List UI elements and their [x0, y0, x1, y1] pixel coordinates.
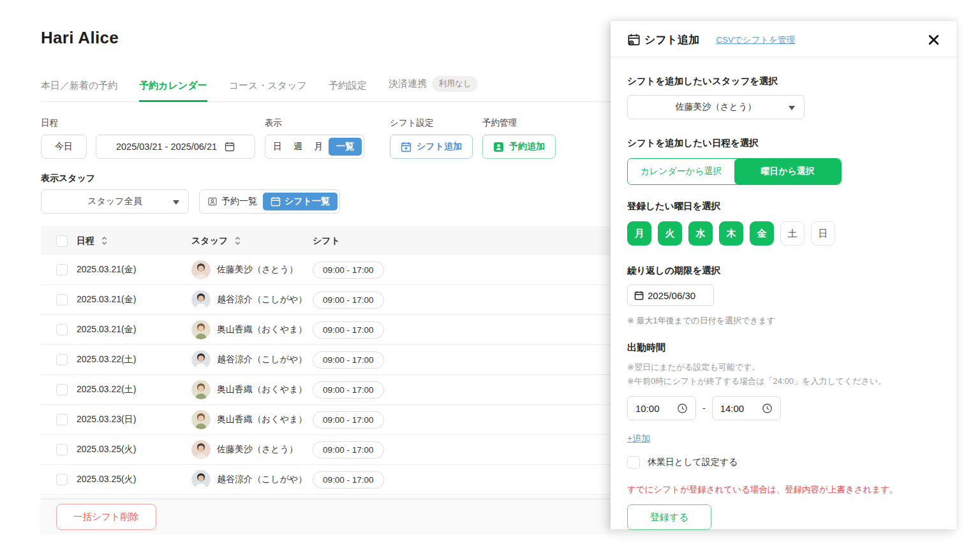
chevron-down-icon: [789, 106, 795, 114]
row-staff-name: 佐藤美沙（さとう）: [217, 444, 298, 455]
row-checkbox[interactable]: [56, 264, 68, 276]
sort-icon[interactable]: [234, 235, 241, 246]
calendar-icon: [271, 196, 281, 207]
staff-avatar: [191, 440, 211, 459]
date-mode-tab[interactable]: 曜日から選択: [734, 159, 841, 184]
shift-time-pill[interactable]: 09:00 - 17:00: [313, 321, 384, 339]
row-checkbox[interactable]: [56, 294, 68, 305]
repeat-date-input[interactable]: 2025/06/30: [627, 284, 714, 306]
table-body: 2025.03.21(金) 佐藤美沙（さとう） 09:00 - 17:00: [41, 255, 611, 495]
tab-item[interactable]: 決済連携 利用なし: [389, 76, 479, 102]
time-end-input[interactable]: 14:00: [712, 396, 781, 420]
date-range-input[interactable]: 2025/03/21 - 2025/06/21: [96, 135, 255, 159]
tab-item[interactable]: 予約カレンダー: [139, 80, 207, 102]
holiday-row: 休業日として設定する: [627, 456, 940, 469]
date-mode-tabs: カレンダーから選択 曜日から選択: [627, 158, 842, 185]
row-staff-name: 越谷涼介（こしがや）: [217, 294, 307, 305]
shift-time-pill[interactable]: 09:00 - 17:00: [313, 471, 384, 489]
shift-time-pill[interactable]: 09:00 - 17:00: [313, 441, 384, 459]
weekday-button[interactable]: 日: [811, 221, 835, 246]
view-option[interactable]: 週: [288, 138, 308, 156]
panel-date-label: シフトを追加したい日程を選択: [627, 137, 940, 149]
weekday-button[interactable]: 火: [658, 221, 682, 246]
reservation-label: 予約管理: [482, 117, 556, 129]
close-button[interactable]: [928, 34, 940, 46]
tab-label: 決済連携: [389, 78, 427, 90]
weekday-button[interactable]: 土: [780, 221, 805, 246]
csv-manage-link[interactable]: CSVでシフトを管理: [716, 34, 795, 46]
staff-avatar: [191, 470, 211, 489]
row-checkbox[interactable]: [56, 474, 68, 485]
calendar-icon: [634, 291, 644, 300]
table-header-staff[interactable]: スタッフ: [191, 235, 313, 247]
list-toggle-label: シフト一覧: [285, 196, 330, 207]
view-option-label: 週: [293, 141, 302, 152]
table-header-date[interactable]: 日程: [77, 235, 191, 247]
bulk-shift-delete-button[interactable]: 一括シフト削除: [56, 504, 156, 530]
weekday-button[interactable]: 木: [719, 221, 743, 246]
sort-icon[interactable]: [101, 235, 108, 246]
row-checkbox[interactable]: [56, 414, 68, 425]
row-date: 2025.03.22(土): [77, 354, 136, 365]
worktime-label: 出勤時間: [627, 342, 940, 354]
submit-button[interactable]: 登録する: [627, 504, 711, 530]
date-filter-group: 日程 今日 2025/03/21 - 2025/06/21: [41, 117, 255, 159]
tab-item[interactable]: 予約設定: [329, 80, 367, 102]
staff-select[interactable]: スタッフ全員: [41, 189, 189, 214]
header-date-label: 日程: [77, 235, 94, 247]
add-time-link[interactable]: +追加: [627, 433, 650, 444]
row-checkbox[interactable]: [56, 444, 68, 455]
shift-time-pill[interactable]: 09:00 - 17:00: [313, 261, 384, 279]
list-toggle-option[interactable]: 予約一覧: [202, 193, 263, 210]
clock-icon: [677, 403, 688, 414]
date-filter-label: 日程: [41, 117, 255, 129]
shift-add-panel: シフト追加 CSVでシフトを管理 シフトを追加したいスタッフを選択 佐藤美沙（さ…: [611, 21, 957, 529]
bulk-shift-delete-label: 一括シフト削除: [73, 511, 139, 522]
view-option[interactable]: 月: [308, 138, 329, 156]
weekday-button[interactable]: 水: [688, 221, 713, 246]
row-checkbox[interactable]: [56, 324, 68, 335]
shift-time-pill[interactable]: 09:00 - 17:00: [313, 411, 384, 429]
view-segmented-control: 日 週 月 一覧: [265, 135, 364, 159]
table-header: 日程 スタッフ シフト: [41, 226, 611, 255]
panel-staff-select[interactable]: 佐藤美沙（さとう）: [627, 95, 805, 119]
weekday-button[interactable]: 金: [750, 221, 774, 246]
panel-body: シフトを追加したいスタッフを選択 佐藤美沙（さとう） シフトを追加したい日程を選…: [611, 57, 956, 530]
panel-title: シフト追加: [644, 33, 699, 47]
today-button[interactable]: 今日: [41, 135, 87, 159]
time-start-input[interactable]: 10:00: [627, 396, 696, 420]
view-option[interactable]: 一覧: [329, 138, 362, 156]
person-badge-icon: [493, 142, 504, 152]
tab-bar: 本日／新着の予約 予約カレンダー コース・スタッフ 予約設定 決済連携 利用なし: [41, 76, 611, 102]
staff-avatar: [191, 410, 211, 429]
holiday-checkbox[interactable]: [627, 456, 640, 469]
row-date: 2025.03.23(日): [77, 414, 136, 425]
list-toggle-label: 予約一覧: [221, 196, 257, 207]
repeat-date-value: 2025/06/30: [648, 290, 695, 301]
date-mode-tab[interactable]: カレンダーから選択: [628, 159, 734, 184]
row-checkbox[interactable]: [56, 354, 68, 365]
select-all-checkbox[interactable]: [56, 235, 68, 247]
shift-time-pill[interactable]: 09:00 - 17:00: [313, 381, 384, 399]
row-date: 2025.03.21(金): [77, 294, 136, 305]
list-toggle-option[interactable]: シフト一覧: [263, 193, 338, 210]
row-date: 2025.03.25(火): [77, 474, 136, 485]
shift-time-pill[interactable]: 09:00 - 17:00: [313, 351, 384, 369]
row-date: 2025.03.22(土): [77, 384, 136, 395]
tab-badge: 利用なし: [432, 76, 479, 92]
weekday-label: 月: [635, 228, 644, 240]
staff-select-value: スタッフ全員: [87, 196, 142, 207]
date-mode-tab-label: 曜日から選択: [761, 166, 815, 177]
tab-item[interactable]: 本日／新着の予約: [41, 80, 117, 102]
row-staff-name: 奥山香織（おくやま）: [217, 414, 307, 425]
staff-avatar: [191, 290, 211, 309]
shift-add-button[interactable]: シフト追加: [390, 135, 473, 159]
reservation-add-button[interactable]: 予約追加: [482, 135, 556, 159]
shift-time-pill[interactable]: 09:00 - 17:00: [313, 291, 384, 309]
weekday-button[interactable]: 月: [627, 221, 651, 246]
view-option[interactable]: 日: [267, 138, 288, 156]
row-checkbox[interactable]: [56, 384, 68, 395]
tab-item[interactable]: コース・スタッフ: [229, 80, 307, 102]
table-row: 2025.03.22(土) 越谷涼介（こしがや） 09:00 - 17:00: [41, 345, 611, 375]
overwrite-warning: すでにシフトが登録されている場合は、登録内容が上書きされます。: [627, 484, 940, 496]
